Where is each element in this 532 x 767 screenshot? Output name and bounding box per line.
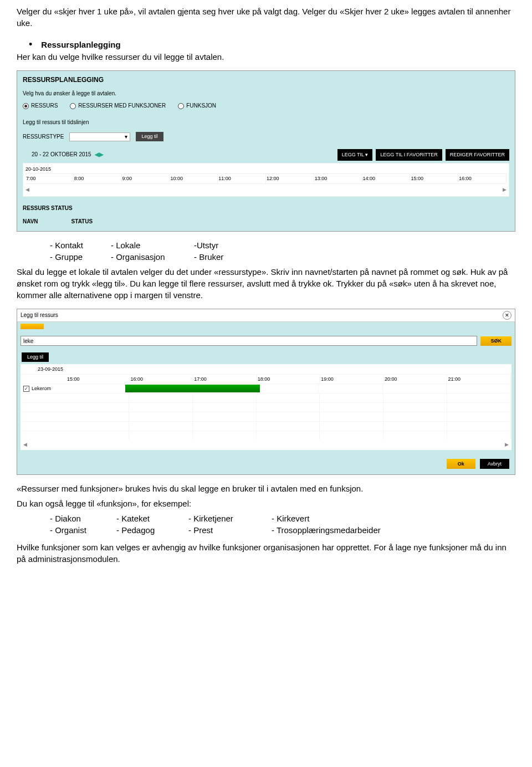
paragraph: Du kan også legge til «funksjon», for ek… bbox=[17, 498, 515, 509]
list-item: - Gruppe bbox=[50, 251, 111, 263]
arrow-left-icon: ◀ bbox=[25, 186, 29, 193]
subhead: Legg til ressurs til tidslinjen bbox=[23, 119, 509, 126]
arrow-right-icon: ▶ bbox=[503, 186, 507, 193]
fav-button[interactable]: LEGG TIL I FAVORITTER bbox=[376, 149, 442, 161]
hour-cell: 9:00 bbox=[122, 174, 170, 183]
col-status: STATUS bbox=[71, 218, 93, 226]
resource-type-list: - Kontakt - Lokale -Utstyr - Gruppe - Or… bbox=[50, 239, 515, 263]
timeline-hours: 15:00 16:00 17:00 18:00 19:00 20:00 21:0… bbox=[21, 375, 511, 384]
list-item: - Organisasjon bbox=[111, 251, 194, 263]
arrow-right-icon: ▶ bbox=[505, 441, 509, 448]
bullet-icon: • bbox=[29, 39, 32, 51]
date-range: 20 - 22 OKTOBER 2015 ◀▶ bbox=[23, 151, 104, 158]
ressurstype-row: RESSURSTYPE ▾ Legg til bbox=[23, 132, 509, 141]
hour-cell: 14:00 bbox=[362, 174, 411, 183]
hour-cell: 21:00 bbox=[447, 375, 511, 384]
timeline-toolbar: 20 - 22 OKTOBER 2015 ◀▶ LEGG TIL ▾ LEGG … bbox=[23, 149, 509, 161]
search-input[interactable] bbox=[21, 336, 477, 346]
list-item: - Kirkevert bbox=[272, 513, 405, 524]
hour-cell: 18:00 bbox=[257, 375, 321, 384]
hour-cell: 17:00 bbox=[193, 375, 257, 384]
hour-cell: 12:00 bbox=[266, 174, 314, 183]
timeline-date: 23-09-2015 bbox=[21, 365, 511, 375]
panel-subtitle: Velg hva du ønsker å legge til avtalen. bbox=[23, 90, 509, 98]
radio-group: RESSURS RESSURSER MED FUNKSJONER FUNKSJO… bbox=[23, 102, 509, 110]
hour-cell: 15:00 bbox=[410, 174, 458, 183]
dialog-header: Legg til ressurs ✕ bbox=[17, 309, 515, 322]
hour-cell: 8:00 bbox=[74, 174, 122, 183]
search-row: SØK bbox=[21, 336, 511, 346]
intro-paragraph: Velger du «skjer hver 1 uke på», vil avt… bbox=[17, 6, 515, 29]
time-bar[interactable] bbox=[125, 385, 260, 392]
paragraph: Hvilke funksjoner som kan velges er avhe… bbox=[17, 541, 515, 565]
list-item: - Prest bbox=[188, 524, 272, 536]
nav-arrows-icon[interactable]: ◀▶ bbox=[94, 151, 104, 157]
legg-til-button[interactable]: Legg til bbox=[22, 352, 49, 362]
section-heading-row: • Ressursplanlegging bbox=[17, 39, 515, 51]
avbryt-button[interactable]: Avbryt bbox=[480, 459, 509, 469]
timeline: 20-10-2015 7:00 8:00 9:00 10:00 11:00 12… bbox=[23, 163, 509, 197]
legg-til-button[interactable]: Legg til bbox=[136, 132, 163, 141]
radio-icon bbox=[70, 103, 76, 109]
hour-cell: 20:00 bbox=[384, 375, 448, 384]
list-item: - Bruker bbox=[194, 251, 277, 263]
checkbox[interactable] bbox=[23, 386, 29, 392]
section-desc: Her kan du velge hvilke ressurser du vil… bbox=[17, 51, 515, 63]
radio-icon bbox=[178, 103, 184, 109]
panel-title: RESSURSPLANLEGGING bbox=[23, 75, 509, 85]
radio-ressurser-med-funksjoner[interactable]: RESSURSER MED FUNKSJONER bbox=[70, 102, 166, 110]
hour-cell: 16:00 bbox=[458, 174, 507, 183]
timeline-date: 20-10-2015 bbox=[25, 165, 507, 175]
radio-ressurs[interactable]: RESSURS bbox=[23, 102, 58, 110]
list-item: - Lokale bbox=[111, 239, 194, 251]
dialog-buttons: Ok Avbryt bbox=[17, 459, 509, 469]
legg-til-toolbar-button[interactable]: LEGG TIL ▾ bbox=[337, 149, 373, 161]
screenshot-legg-til-ressurs: Legg til ressurs ✕ SØK Legg til 23-09-20… bbox=[17, 309, 515, 475]
ressurstype-dropdown[interactable]: ▾ bbox=[69, 132, 130, 141]
list-item: - Kontakt bbox=[50, 239, 111, 251]
list-item: - Diakon bbox=[50, 513, 116, 524]
hour-cell: 15:00 bbox=[66, 375, 130, 384]
ok-button[interactable]: Ok bbox=[447, 459, 475, 469]
hour-cell: 11:00 bbox=[218, 174, 266, 183]
list-item: - Kateket bbox=[116, 513, 188, 524]
close-icon[interactable]: ✕ bbox=[503, 311, 511, 320]
scroll-indicator[interactable]: ◀▶ bbox=[21, 440, 511, 449]
hour-cell: 19:00 bbox=[320, 375, 384, 384]
radio-label: RESSURSER MED FUNKSJONER bbox=[78, 102, 166, 110]
arrow-left-icon: ◀ bbox=[23, 441, 27, 448]
ressurstype-label: RESSURSTYPE bbox=[23, 133, 64, 141]
col-navn: NAVN bbox=[23, 218, 38, 226]
timeline-hours: 7:00 8:00 9:00 10:00 11:00 12:00 13:00 1… bbox=[25, 174, 507, 184]
list-item: -Utstyr bbox=[194, 239, 277, 251]
radio-icon bbox=[23, 103, 29, 109]
resource-row: Lekerom bbox=[21, 384, 511, 393]
timeline: 23-09-2015 15:00 16:00 17:00 18:00 19:00… bbox=[21, 364, 511, 450]
scroll-indicator[interactable]: ◀▶ bbox=[25, 186, 507, 193]
hour-cell: 7:00 bbox=[25, 174, 74, 183]
ressurs-status-heading: RESSURS STATUS bbox=[23, 204, 509, 212]
paragraph: Skal du legge et lokale til avtalen velg… bbox=[17, 266, 515, 301]
search-button[interactable]: SØK bbox=[480, 336, 511, 346]
rediger-fav-button[interactable]: REDIGER FAVORITTER bbox=[446, 149, 509, 161]
screenshot-ressursplanlegging: RESSURSPLANLEGGING Velg hva du ønsker å … bbox=[17, 70, 515, 232]
radio-label: RESSURS bbox=[31, 102, 58, 110]
list-item: - Pedagog bbox=[116, 524, 188, 536]
function-list: - Diakon - Kateket - Kirketjener - Kirke… bbox=[50, 513, 515, 536]
status-columns: NAVN STATUS bbox=[23, 218, 509, 226]
radio-funksjon[interactable]: FUNKSJON bbox=[178, 102, 216, 110]
hour-cell: 16:00 bbox=[130, 375, 194, 384]
resource-name: Lekerom bbox=[32, 385, 63, 392]
hour-cell: 10:00 bbox=[170, 174, 218, 183]
hour-cell: 13:00 bbox=[314, 174, 362, 183]
chevron-down-icon: ▾ bbox=[125, 133, 127, 141]
section-title: Ressursplanlegging bbox=[41, 39, 120, 50]
dialog-title: Legg til ressurs bbox=[21, 311, 58, 319]
active-tab-indicator bbox=[21, 324, 44, 329]
list-item: - Organist bbox=[50, 524, 116, 536]
list-item: - Kirketjener bbox=[188, 513, 272, 524]
paragraph: «Ressurser med funksjoner» brukes hvis d… bbox=[17, 483, 515, 494]
list-item: - Trosopplæringsmedarbeider bbox=[272, 524, 405, 536]
radio-label: FUNKSJON bbox=[186, 102, 216, 110]
